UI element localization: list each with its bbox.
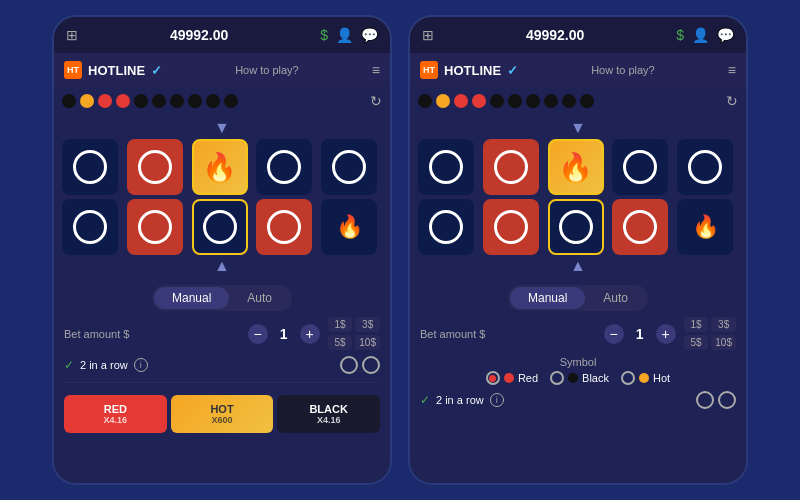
game-grid-right: ▼ 🔥 🔥 ▲ [410, 115, 746, 279]
bet-row-right: Bet amount $ − 1 + 1$ 3$ 5$ 10$ [420, 317, 736, 350]
cell-r2c1-right [418, 199, 474, 255]
dollar-icon-right[interactable]: $ [676, 27, 684, 43]
btn-red-left[interactable]: RED X4.16 [64, 395, 167, 433]
radio-inner-hot [624, 375, 631, 382]
cell-r1c1-left [62, 139, 118, 195]
tab-manual-right[interactable]: Manual [510, 287, 585, 309]
two-in-row-label-right: 2 in a row [436, 394, 484, 406]
bet-decrease-left[interactable]: − [248, 324, 268, 344]
refresh-icon-right[interactable]: ↻ [726, 93, 738, 109]
dot-2-left [80, 94, 94, 108]
two-in-row-right: ✓ 2 in a row i [420, 391, 736, 409]
dot-1-right [418, 94, 432, 108]
quick-bet-3-left[interactable]: 3$ [355, 317, 380, 332]
dot-4-right [472, 94, 486, 108]
info-icon-left[interactable]: i [134, 358, 148, 372]
quick-bet-10-right[interactable]: 10$ [711, 335, 736, 350]
hotline-icon-left: HT [64, 61, 82, 79]
menu-icon-right[interactable]: ≡ [728, 62, 736, 78]
bet-control-right: − 1 + [604, 324, 676, 344]
header-icons-left: $ 👤 💬 [320, 27, 378, 43]
dollar-icon-left[interactable]: $ [320, 27, 328, 43]
symbol-red-right[interactable]: Red [486, 371, 538, 385]
cell-r1c3-right: 🔥 [548, 139, 604, 195]
radio-outer-hot [621, 371, 635, 385]
arrow-down-left: ▼ [62, 119, 382, 137]
tab-auto-right[interactable]: Auto [585, 287, 646, 309]
dot-9-right [562, 94, 576, 108]
bottom-buttons-left: RED X4.16 HOT X600 BLACK X4.16 [64, 395, 380, 433]
quick-bet-5-left[interactable]: 5$ [328, 335, 353, 350]
radio-inner-black [554, 375, 561, 382]
row-circles-right [696, 391, 736, 409]
left-phone-frame: ⊞ 49992.00 $ 👤 💬 HT HOTLINE ✓ How to pla… [52, 15, 392, 485]
tab-manual-left[interactable]: Manual [154, 287, 229, 309]
row-circle-1-left [340, 356, 358, 374]
quick-bet-3-right[interactable]: 3$ [711, 317, 736, 332]
dot-10-right [580, 94, 594, 108]
symbol-dot-hot [639, 373, 649, 383]
quick-bet-5-right[interactable]: 5$ [684, 335, 709, 350]
cell-r1c5-right [677, 139, 733, 195]
arrow-up-right: ▲ [418, 257, 738, 275]
refresh-icon-left[interactable]: ↻ [370, 93, 382, 109]
quick-bet-1-right[interactable]: 1$ [684, 317, 709, 332]
game-header-right: HT HOTLINE ✓ How to play? ≡ [410, 53, 746, 87]
grid-right: 🔥 🔥 [418, 139, 738, 255]
tab-auto-left[interactable]: Auto [229, 287, 290, 309]
controls-right: Manual Auto Bet amount $ − 1 + 1$ 3$ 5$ … [410, 279, 746, 483]
radio-outer-black [550, 371, 564, 385]
tabs-right: Manual Auto [508, 285, 648, 311]
btn-hot-left[interactable]: HOT X600 [171, 395, 274, 433]
hotline-label-left: HOTLINE [88, 63, 145, 78]
cell-r1c4-right [612, 139, 668, 195]
row-circle-2-left [362, 356, 380, 374]
balance-left: 49992.00 [170, 27, 228, 43]
cell-r2c5-right: 🔥 [677, 199, 733, 255]
dot-6-right [508, 94, 522, 108]
check-icon-left: ✓ [64, 358, 74, 372]
bet-value-left: 1 [274, 326, 294, 342]
symbol-black-right[interactable]: Black [550, 371, 609, 385]
cell-r1c2-left [127, 139, 183, 195]
cell-r2c2-right [483, 199, 539, 255]
arrow-up-left: ▲ [62, 257, 382, 275]
dot-7-right [526, 94, 540, 108]
bet-decrease-right[interactable]: − [604, 324, 624, 344]
dots-row-left: ↻ [54, 87, 390, 115]
bet-value-right: 1 [630, 326, 650, 342]
verified-icon-right: ✓ [507, 63, 518, 78]
how-to-left[interactable]: How to play? [235, 64, 299, 76]
menu-icon-left[interactable]: ≡ [372, 62, 380, 78]
info-icon-right[interactable]: i [490, 393, 504, 407]
dot-7-left [170, 94, 184, 108]
symbol-hot-right[interactable]: Hot [621, 371, 670, 385]
dots-row-right: ↻ [410, 87, 746, 115]
msg-icon-right[interactable]: 💬 [717, 27, 734, 43]
dot-10-left [224, 94, 238, 108]
game-grid-left: ▼ 🔥 🔥 ▲ [54, 115, 390, 279]
dot-8-left [188, 94, 202, 108]
left-header: ⊞ 49992.00 $ 👤 💬 [54, 17, 390, 53]
bet-increase-left[interactable]: + [300, 324, 320, 344]
btn-black-left[interactable]: BLACK X4.16 [277, 395, 380, 433]
quick-bet-10-left[interactable]: 10$ [355, 335, 380, 350]
user-icon-right[interactable]: 👤 [692, 27, 709, 43]
dot-4-left [116, 94, 130, 108]
dot-5-right [490, 94, 504, 108]
grid-icon-right: ⊞ [422, 27, 434, 43]
check-icon-right: ✓ [420, 393, 430, 407]
quick-bet-1-left[interactable]: 1$ [328, 317, 353, 332]
dot-2-right [436, 94, 450, 108]
cell-r2c4-right [612, 199, 668, 255]
radio-outer-red [486, 371, 500, 385]
msg-icon-left[interactable]: 💬 [361, 27, 378, 43]
how-to-right[interactable]: How to play? [591, 64, 655, 76]
grid-left: 🔥 🔥 [62, 139, 382, 255]
cell-r1c3-left: 🔥 [192, 139, 248, 195]
two-in-row-left: ✓ 2 in a row i [64, 356, 380, 374]
user-icon-left[interactable]: 👤 [336, 27, 353, 43]
tabs-left: Manual Auto [152, 285, 292, 311]
cell-r2c2-left [127, 199, 183, 255]
bet-increase-right[interactable]: + [656, 324, 676, 344]
